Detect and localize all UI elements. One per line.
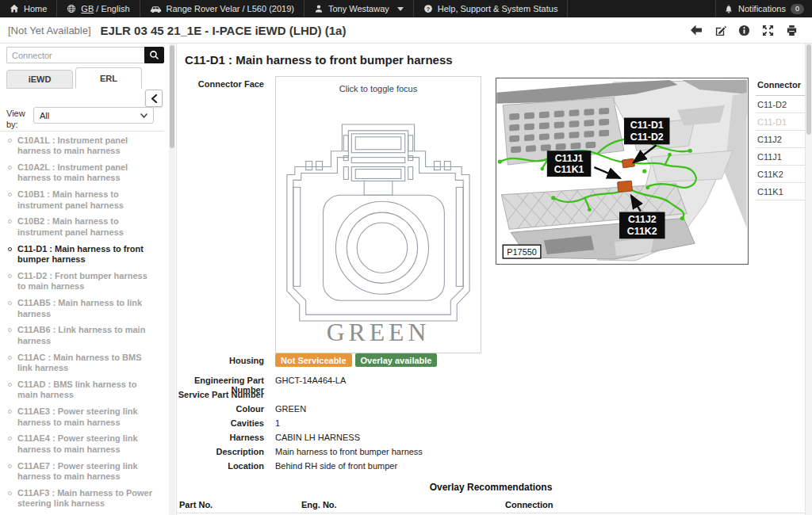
bell-icon	[724, 4, 733, 13]
info-icon[interactable]	[738, 25, 750, 36]
sidebar-item-C11AF4[interactable]: C11AF4 : Main harness to Power steering …	[0, 513, 164, 515]
detail-value: CABIN LH HARNESS	[275, 433, 360, 442]
connector-panel-row-C11K2[interactable]: C11K2	[756, 166, 805, 183]
expand-icon[interactable]	[762, 25, 774, 36]
sidebar-item-C10A1L[interactable]: C10A1L : Instrument panel harness to mai…	[0, 132, 164, 159]
sidebar-item-label: C10A2L : Instrument panel harness to mai…	[17, 162, 158, 184]
sidebar-item-C11AC[interactable]: C11AC : Main harness to BMS link harness	[0, 349, 164, 376]
sidebar-item-label: C10A1L : Instrument panel harness to mai…	[17, 135, 158, 157]
nav-language[interactable]: GB / English	[57, 0, 140, 17]
detail-value: GREEN	[275, 404, 306, 414]
bullet-icon	[8, 301, 12, 305]
top-nav-bar: Home GB / English Range Rover Velar / L5…	[0, 0, 812, 17]
toggle-focus-link[interactable]: Click to toggle focus	[276, 77, 481, 93]
connector-quick-panel: Connector C11-D2C11-D1C11J2C11J1C11K2C11…	[756, 77, 805, 200]
detail-row: HarnessCABIN LH HARNESS	[177, 433, 732, 447]
connector-colour-text: GREEN	[327, 319, 431, 346]
bullet-icon	[8, 464, 12, 468]
sidebar-item-C10B1[interactable]: C10B1 : Main harness to instrument panel…	[0, 187, 164, 214]
availability-status: [Not Yet Available]	[8, 25, 91, 36]
detail-label: Colour	[177, 404, 264, 414]
main-scrollbar-thumb[interactable]	[806, 44, 811, 135]
overlay-table-headers: Part No.Eng. No.Connection	[177, 498, 805, 513]
connector-details: HousingNot ServiceableOverlay availableE…	[177, 356, 732, 475]
sidebar-item-C10B2[interactable]: C10B2 : Main harness to instrument panel…	[0, 214, 164, 241]
view-by-row: View by: All	[6, 107, 163, 131]
sidebar-item-label: C11-D2 : Front bumper harness to main ha…	[17, 271, 158, 292]
car-icon	[150, 5, 162, 13]
sidebar-item-C11AB5[interactable]: C11AB5 : Main harness to link harness	[0, 296, 164, 322]
sidebar-item-C11AD[interactable]: C11AD : BMS link harness to main harness	[0, 376, 164, 403]
connector-face-viewer[interactable]: Click to toggle focus	[275, 76, 481, 353]
connector-panel-row-C11J1[interactable]: C11J1	[756, 148, 805, 166]
callout-c11k1: C11K1	[554, 164, 584, 175]
sidebar-item-label: C10B1 : Main harness to instrument panel…	[17, 189, 158, 211]
nav-user[interactable]: Tony Westaway	[304, 0, 414, 17]
detail-label: Location	[177, 461, 264, 471]
bullet-icon	[8, 166, 12, 170]
figure-ref-label: P17550	[507, 247, 537, 257]
connector-panel-row-C11J2[interactable]: C11J2	[756, 131, 805, 148]
nav-home[interactable]: Home	[0, 0, 57, 17]
nav-user-label: Tony Westaway	[328, 4, 389, 13]
sidebar-scrollbar[interactable]	[169, 44, 175, 515]
notifications-button[interactable]: Notifications 0	[715, 0, 812, 17]
globe-icon	[67, 4, 76, 13]
nav-vehicle[interactable]: Range Rover Velar / L560 (2019)	[140, 0, 304, 17]
sidebar-item-C11AE7[interactable]: C11AE7 : Power steering link harness to …	[0, 458, 164, 485]
bullet-icon	[8, 219, 12, 223]
sidebar-scrollbar-thumb[interactable]	[170, 45, 174, 148]
search-icon	[149, 50, 159, 60]
main-content: C11-D1 : Main harness to front bumper ha…	[177, 44, 812, 515]
connector-panel-row-C11K1[interactable]: C11K1	[756, 183, 805, 200]
nav-help[interactable]: ? Help, Support & System Status	[414, 0, 569, 17]
chevron-down-icon	[140, 113, 147, 118]
overlay-recommendations: Overlay Recommendations Part No.Eng. No.…	[177, 482, 805, 515]
page-title: EJLR 03 45 21_1E - I-PACE iEWD (LHD) (1a…	[101, 24, 347, 37]
detail-label: Description	[177, 447, 264, 456]
edit-icon[interactable]	[714, 25, 726, 36]
search-button[interactable]	[144, 47, 164, 63]
sidebar-item-label: C11AB6 : Link harness to main harness	[17, 325, 158, 346]
callout-c11k2: C11K2	[627, 226, 657, 237]
status-badge: Overlay available	[355, 353, 438, 367]
detail-value: Behind RH side of front bumper	[275, 461, 397, 471]
sidebar: iEWD ERL View by: All C10A1L : Instrumen…	[0, 44, 177, 515]
sidebar-item-C11AE4[interactable]: C11AE4 : Power steering link harness to …	[0, 431, 164, 458]
print-icon[interactable]	[786, 25, 798, 36]
detail-label: Housing	[177, 356, 264, 365]
sidebar-item-label: C10B2 : Main harness to instrument panel…	[17, 216, 158, 238]
back-icon[interactable]	[690, 25, 703, 36]
sidebar-item-C11AB6[interactable]: C11AB6 : Link harness to main harness	[0, 322, 164, 349]
sidebar-collapse-button[interactable]	[145, 90, 163, 107]
main-scrollbar[interactable]	[805, 44, 812, 515]
chevron-down-icon	[397, 7, 404, 11]
overlay-column-header: Connection	[505, 500, 553, 509]
sidebar-item-C10A2L[interactable]: C10A2L : Instrument panel harness to mai…	[0, 159, 164, 186]
notifications-count-badge: 0	[791, 4, 804, 14]
chevron-left-icon	[151, 94, 158, 103]
notifications-label: Notifications	[738, 4, 786, 13]
detail-label: Service Part Number	[177, 390, 264, 399]
connector-face-label: Connector Face	[177, 79, 264, 89]
tab-erl[interactable]: ERL	[75, 67, 142, 89]
sidebar-item-C11AF3[interactable]: C11AF3 : Main harness to Power steering …	[0, 485, 164, 512]
connector-panel-row-C11-D1: C11-D1	[756, 113, 805, 131]
tab-iewd[interactable]: iEWD	[6, 70, 73, 89]
sidebar-item-label: C11AD : BMS link harness to main harness	[17, 380, 158, 401]
connector-panel-row-C11-D2[interactable]: C11-D2	[756, 96, 805, 113]
filter-divider	[0, 131, 164, 132]
connector-markers	[618, 158, 635, 192]
bullet-icon	[8, 274, 12, 278]
detail-label: Cavities	[177, 418, 264, 428]
sidebar-item-C11-D2[interactable]: C11-D2 : Front bumper harness to main ha…	[0, 268, 164, 295]
view-by-select[interactable]: All	[33, 107, 154, 124]
sidebar-item-C11-D1[interactable]: C11-D1 : Main harness to front bumper ha…	[0, 241, 164, 268]
sidebar-tabs: iEWD ERL	[6, 67, 142, 89]
connector-heading: C11-D1 : Main harness to front bumper ha…	[185, 53, 453, 67]
sidebar-item-C11AE3[interactable]: C11AE3 : Power steering link harness to …	[0, 404, 164, 431]
search-input[interactable]	[6, 47, 144, 63]
callout-c11d1: C11-D1	[630, 120, 664, 131]
detail-row: Engineering Part NumberGHCT-14A464-LA	[177, 376, 732, 390]
sidebar-item-label: C11AE7 : Power steering link harness to …	[17, 461, 158, 483]
